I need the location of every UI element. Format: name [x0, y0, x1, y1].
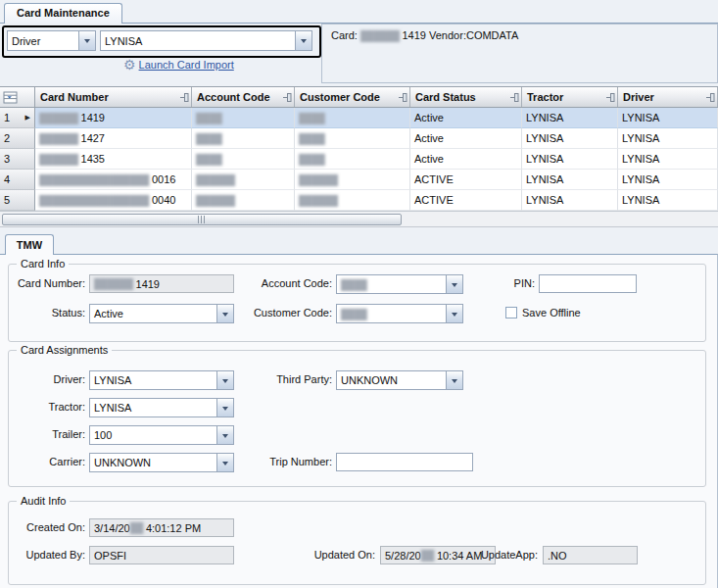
cell-card-number[interactable]: █████████████████0040 — [35, 190, 192, 211]
cell-card-number[interactable]: ██████1427 — [35, 128, 192, 149]
pin-icon[interactable] — [399, 93, 407, 102]
launch-card-import-link[interactable]: Launch Card Import — [139, 59, 234, 71]
row-selector[interactable]: 5 — [0, 190, 35, 211]
cell-account-code[interactable]: ████ — [192, 149, 295, 170]
cell-driver[interactable]: LYNISA — [618, 108, 718, 128]
cell-card-number[interactable]: █████████████████0016 — [35, 170, 192, 190]
chevron-down-icon[interactable] — [216, 399, 233, 416]
cell-customer-code[interactable]: ████ — [295, 108, 410, 128]
cell-card-status[interactable]: Active — [410, 128, 522, 149]
card-number-field[interactable]: ██████1419 — [89, 274, 234, 293]
cell-driver[interactable]: LYNISA — [618, 190, 718, 211]
driver-combo[interactable]: LYNISA — [89, 370, 234, 390]
trip-number-field[interactable] — [336, 453, 473, 471]
table-row[interactable]: 5█████████████████0040████████████ACTIVE… — [0, 190, 718, 211]
cell-card-number[interactable]: ██████1435 — [35, 149, 192, 170]
cell-customer-code[interactable]: ██████ — [295, 170, 410, 190]
pin-icon[interactable] — [706, 93, 715, 102]
launch-card-import[interactable]: ⚙ Launch Card Import — [123, 58, 234, 72]
cell-driver[interactable]: LYNISA — [618, 170, 718, 190]
chevron-down-icon[interactable] — [216, 371, 233, 389]
card-number-masked: ██████ — [94, 278, 133, 289]
chevron-down-icon[interactable] — [446, 275, 462, 293]
save-offline-checkbox[interactable] — [505, 307, 517, 318]
created-on-masked: ██ — [130, 522, 143, 533]
status-combo[interactable]: Active — [89, 304, 234, 323]
customer-code-combo[interactable]: ████ — [336, 304, 463, 323]
table-row[interactable]: 1▶██████1419████████ActiveLYNISALYNISA — [0, 108, 718, 128]
tab-card-maintenance[interactable]: Card Maintenance — [4, 3, 122, 24]
driver-value: LYNISA — [90, 371, 216, 389]
tab-tmw[interactable]: TMW — [5, 234, 54, 255]
card-info-title: Card Info — [17, 258, 69, 270]
cell-tractor[interactable]: LYNISA — [522, 170, 618, 190]
chevron-down-icon[interactable] — [216, 426, 233, 444]
card-assignments-group: Card Assignments Driver: LYNISA Third Pa… — [8, 350, 706, 487]
cell-driver[interactable]: LYNISA — [618, 149, 718, 170]
trailer-label: Trailer: — [11, 425, 85, 444]
row-number: 3 — [4, 153, 10, 165]
column-header-card-status[interactable]: Card Status — [410, 87, 522, 107]
current-row-arrow-icon: ▶ — [25, 114, 30, 122]
cell-card-status[interactable]: ACTIVE — [410, 190, 522, 211]
chevron-down-icon[interactable] — [216, 454, 233, 471]
cell-card-number[interactable]: ██████1419 — [35, 108, 192, 128]
cell-card-status[interactable]: Active — [410, 149, 522, 170]
column-header-tractor[interactable]: Tractor — [522, 87, 618, 107]
cell-card-status[interactable]: Active — [410, 108, 522, 128]
filter-field-combo[interactable]: Driver — [7, 30, 96, 51]
tractor-label: Tractor: — [11, 398, 85, 416]
filter-value-combo[interactable]: LYNISA — [100, 30, 312, 51]
table-row[interactable]: 2██████1427████████ActiveLYNISALYNISA — [0, 128, 718, 149]
cell-customer-code[interactable]: ████ — [295, 149, 410, 170]
grid-corner-cell[interactable] — [0, 87, 35, 107]
cell-account-code[interactable]: ████ — [192, 128, 295, 149]
grid-options-icon[interactable] — [3, 91, 18, 104]
detail-panel: Card Info Card Number: ██████1419 Accoun… — [0, 254, 718, 588]
trailer-combo[interactable]: 100 — [89, 425, 234, 445]
cell-tractor[interactable]: LYNISA — [522, 190, 618, 211]
table-row[interactable]: 4█████████████████0016████████████ACTIVE… — [0, 170, 718, 190]
grid-rows: 1▶██████1419████████ActiveLYNISALYNISA2█… — [0, 108, 718, 211]
account-code-combo[interactable]: ████ — [336, 274, 463, 294]
row-selector[interactable]: 4 — [0, 170, 35, 190]
column-header-customer-code[interactable]: Customer Code — [295, 87, 410, 107]
chevron-down-icon[interactable] — [295, 31, 311, 50]
chevron-down-icon[interactable] — [78, 31, 95, 50]
cell-tractor[interactable]: LYNISA — [522, 128, 618, 149]
cell-tractor[interactable]: LYNISA — [522, 149, 618, 170]
column-header-driver[interactable]: Driver — [618, 87, 718, 107]
card-maintenance-window: Card Maintenance Driver LYNISA ⚙ Launch … — [0, 0, 718, 588]
created-on-label: Created On: — [11, 518, 85, 537]
scrollbar-thumb[interactable] — [2, 214, 402, 225]
carrier-combo[interactable]: UNKNOWN — [89, 453, 234, 472]
chevron-down-icon[interactable] — [446, 305, 462, 322]
cell-account-code[interactable]: ██████ — [192, 170, 295, 190]
table-row[interactable]: 3██████1435████████ActiveLYNISALYNISA — [0, 149, 718, 170]
filter-value-text: LYNISA — [101, 31, 295, 50]
cell-card-status[interactable]: ACTIVE — [410, 170, 522, 190]
row-selector[interactable]: 2 — [0, 128, 35, 149]
pin-icon[interactable] — [180, 93, 189, 102]
column-header-account-code[interactable]: Account Code — [192, 87, 295, 107]
cell-driver[interactable]: LYNISA — [618, 128, 718, 149]
chevron-down-icon[interactable] — [216, 305, 233, 322]
cell-tractor[interactable]: LYNISA — [522, 108, 618, 128]
horizontal-scrollbar[interactable] — [0, 211, 718, 227]
cell-customer-code[interactable]: ██████ — [295, 190, 410, 211]
pin-field[interactable] — [539, 274, 637, 293]
tractor-combo[interactable]: LYNISA — [89, 398, 234, 417]
third-party-combo[interactable]: UNKNOWN — [336, 370, 463, 390]
updated-by-label: Updated By: — [11, 546, 85, 564]
cell-customer-code[interactable]: ████ — [295, 128, 410, 149]
pin-icon[interactable] — [283, 93, 292, 102]
cell-account-code[interactable]: ████ — [192, 108, 295, 128]
row-selector[interactable]: 3 — [0, 149, 35, 170]
cell-account-code[interactable]: ██████ — [192, 190, 295, 211]
card-banner-masked: ██████ — [360, 30, 400, 41]
pin-icon[interactable] — [606, 93, 615, 102]
column-header-card-number[interactable]: Card Number — [35, 87, 192, 107]
pin-icon[interactable] — [510, 93, 519, 102]
row-selector[interactable]: 1▶ — [0, 108, 35, 128]
chevron-down-icon[interactable] — [446, 371, 462, 389]
